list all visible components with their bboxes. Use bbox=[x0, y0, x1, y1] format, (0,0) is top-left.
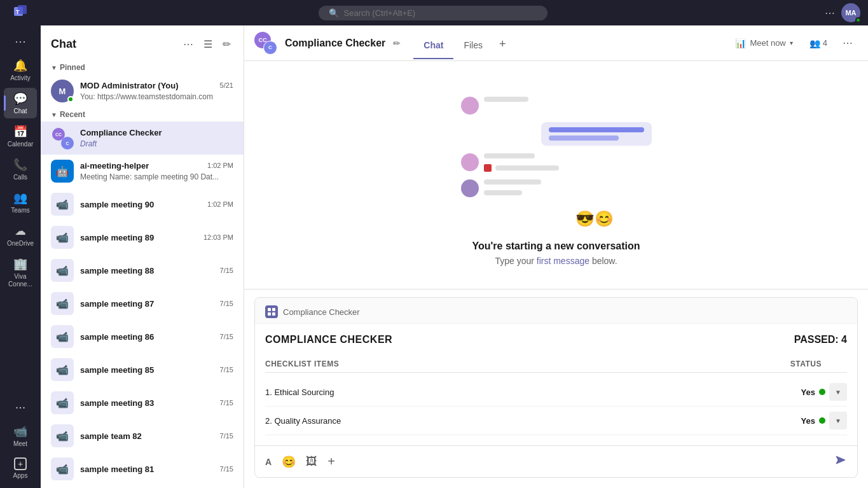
main-header: CC C Compliance Checker ✏ Chat Files + 📊… bbox=[244, 25, 868, 61]
chat-info-sm85: sample meeting 85 7/15 bbox=[80, 365, 233, 375]
chat-preview-mod-admin: You: https://www.teamstestdomain.com bbox=[80, 92, 213, 101]
nav-item-meet[interactable]: 📹 Meet bbox=[4, 421, 37, 451]
sidebar-list: ▼ Pinned M MOD Administrator (You) 5/21 … bbox=[41, 60, 244, 488]
chat-item-ai-meeting[interactable]: 🤖 ai-meeting-helper 1:02 PM Meeting Name… bbox=[41, 155, 244, 188]
sidebar-header: Chat ⋯ ☰ ✏ bbox=[41, 25, 244, 60]
nav-item-chat[interactable]: 💬 Chat bbox=[4, 88, 37, 118]
chat-item-compliance-checker[interactable]: CC C Compliance Checker Draft bbox=[41, 122, 244, 155]
compose-toolbar: A 😊 🖼 + bbox=[255, 445, 857, 477]
nav-item-apps-grid[interactable]: ⋯ bbox=[4, 31, 37, 52]
edit-chat-name-btn[interactable]: ✏ bbox=[393, 38, 401, 48]
main-header-right: 📊 Meet now ▾ 👥 4 ⋯ bbox=[729, 34, 858, 52]
send-btn[interactable] bbox=[832, 451, 850, 472]
more-chat-actions-btn[interactable]: ⋯ bbox=[837, 34, 858, 52]
meet-now-label: Meet now bbox=[750, 38, 785, 48]
chat-item-sm89[interactable]: 📹 sample meeting 89 12:03 PM bbox=[41, 221, 244, 254]
chat-item-sm90[interactable]: 📹 sample meeting 90 1:02 PM bbox=[41, 188, 244, 221]
nav-item-calls[interactable]: 📞 Calls bbox=[4, 154, 37, 185]
attach-btn[interactable]: + bbox=[325, 452, 338, 471]
calendar-icon: 📅 bbox=[13, 125, 27, 139]
chat-name-sm89: sample meeting 89 bbox=[80, 233, 154, 242]
chat-item-sm85[interactable]: 📹 sample meeting 85 7/15 bbox=[41, 353, 244, 386]
nav-label-onedrive: OneDrive bbox=[7, 240, 34, 247]
chat-name-sm90: sample meeting 90 bbox=[80, 200, 154, 209]
chat-time-sm88: 7/15 bbox=[220, 267, 233, 274]
chat-name-ai-meeting: ai-meeting-helper bbox=[80, 161, 149, 171]
nav-item-calendar[interactable]: 📅 Calendar bbox=[4, 121, 37, 151]
row-2-label: 2. Quality Assurance bbox=[265, 416, 341, 426]
chat-preview-ai-meeting: Meeting Name: sample meeting 90 Dat... bbox=[80, 172, 219, 181]
nav-item-more[interactable]: ··· bbox=[4, 396, 37, 418]
more-options-btn[interactable]: ⋯ bbox=[825, 7, 835, 19]
nav-item-activity[interactable]: 🔔 Activity bbox=[4, 55, 37, 85]
nav-item-teams[interactable]: 👥 Teams bbox=[4, 187, 37, 218]
new-chat-btn[interactable]: ✏ bbox=[220, 36, 233, 53]
chat-time-sm83: 7/15 bbox=[220, 399, 233, 407]
nav-item-viva[interactable]: 🏢 Viva Conne... bbox=[4, 253, 37, 292]
sidebar-title: Chat bbox=[51, 38, 76, 51]
pinned-arrow: ▼ bbox=[51, 64, 57, 71]
chat-item-sm81[interactable]: 📹 sample meeting 81 7/15 bbox=[41, 452, 244, 485]
chat-item-sm87[interactable]: 📹 sample meeting 87 7/15 bbox=[41, 287, 244, 320]
tab-files[interactable]: Files bbox=[453, 29, 493, 59]
nav-label-teams: Teams bbox=[11, 207, 29, 214]
chat-item-sm86[interactable]: 📹 sample meeting 86 7/15 bbox=[41, 320, 244, 353]
add-tab-btn[interactable]: + bbox=[493, 29, 513, 60]
col-items-label: CHECKLIST ITEMS bbox=[265, 359, 339, 368]
search-icon: 🔍 bbox=[329, 8, 339, 18]
new-conversation-sub: Type your first message below. bbox=[495, 256, 617, 266]
chat-item-sm88[interactable]: 📹 sample meeting 88 7/15 bbox=[41, 254, 244, 287]
sticker-btn[interactable]: 🖼 bbox=[303, 452, 320, 471]
chat-info-sm88: sample meeting 88 7/15 bbox=[80, 266, 233, 275]
nav-label-chat: Chat bbox=[13, 108, 27, 115]
chat-draft-compliance: Draft bbox=[80, 139, 97, 148]
chat-name-sm87: sample meeting 87 bbox=[80, 299, 154, 309]
nav-item-apps[interactable]: + Apps bbox=[4, 454, 37, 483]
recent-section-header[interactable]: ▼ Recent bbox=[41, 108, 244, 122]
compose-area: Compliance Checker COMPLIANCE CHECKER PA… bbox=[244, 289, 868, 488]
main-tabs: Chat Files + bbox=[413, 28, 512, 59]
chat-item-st82[interactable]: 📹 sample team 82 7/15 bbox=[41, 419, 244, 452]
filter-chats-btn[interactable]: ☰ bbox=[201, 36, 215, 53]
avatar-sm85: 📹 bbox=[51, 358, 74, 381]
chat-time-sm81: 7/15 bbox=[220, 465, 233, 473]
avatar-sm87: 📹 bbox=[51, 292, 74, 315]
col-status-label: STATUS bbox=[790, 359, 822, 368]
row-1-dropdown-btn[interactable]: ▼ bbox=[829, 383, 847, 401]
search-bar[interactable]: 🔍 bbox=[319, 6, 548, 20]
avatar-sm88: 📹 bbox=[51, 259, 74, 282]
tab-chat[interactable]: Chat bbox=[413, 29, 453, 59]
viva-icon: 🏢 bbox=[13, 257, 27, 271]
card-title-row: COMPLIANCE CHECKER PASSED: 4 bbox=[265, 334, 847, 345]
nav-label-viva: Viva Conne... bbox=[6, 273, 34, 288]
meet-now-btn[interactable]: 📊 Meet now ▾ bbox=[729, 34, 799, 52]
app-name-label: Compliance Checker bbox=[283, 307, 360, 317]
participants-btn[interactable]: 👥 4 bbox=[804, 34, 832, 52]
chat-info-st82: sample team 82 7/15 bbox=[80, 431, 233, 441]
chat-item-sm83[interactable]: 📹 sample meeting 83 7/15 bbox=[41, 386, 244, 419]
search-input[interactable] bbox=[344, 8, 537, 18]
chat-name-st82: sample team 82 bbox=[80, 431, 142, 441]
chat-item-mod-admin[interactable]: M MOD Administrator (You) 5/21 You: http… bbox=[41, 74, 244, 108]
chat-time-sm87: 7/15 bbox=[220, 300, 233, 307]
chat-time-st82: 7/15 bbox=[220, 432, 233, 440]
chat-name-sm86: sample meeting 86 bbox=[80, 332, 154, 342]
card-row-1: 1. Ethical Sourcing Yes ▼ bbox=[265, 378, 847, 407]
row-1-green-dot bbox=[819, 389, 825, 395]
user-avatar[interactable]: MA bbox=[841, 3, 860, 22]
chat-time-sm85: 7/15 bbox=[220, 366, 233, 373]
avatar-sm81: 📹 bbox=[51, 457, 74, 480]
row-2-status-text: Yes bbox=[801, 416, 815, 426]
nav-item-onedrive[interactable]: ☁ OneDrive bbox=[4, 220, 37, 251]
pinned-section-header[interactable]: ▼ Pinned bbox=[41, 60, 244, 74]
format-text-btn[interactable]: A bbox=[263, 454, 274, 470]
emoji-btn[interactable]: 😊 bbox=[279, 452, 298, 471]
more-chat-options-btn[interactable]: ⋯ bbox=[181, 36, 196, 53]
chat-name-compliance: Compliance Checker bbox=[80, 128, 162, 137]
people-icon: 👥 bbox=[809, 38, 820, 48]
user-status-dot bbox=[855, 17, 861, 23]
chat-name-mod-admin: MOD Administrator (You) bbox=[80, 81, 179, 90]
chat-info-compliance: Compliance Checker Draft bbox=[80, 128, 233, 149]
row-2-dropdown-btn[interactable]: ▼ bbox=[829, 412, 847, 429]
app-icon bbox=[265, 305, 278, 318]
